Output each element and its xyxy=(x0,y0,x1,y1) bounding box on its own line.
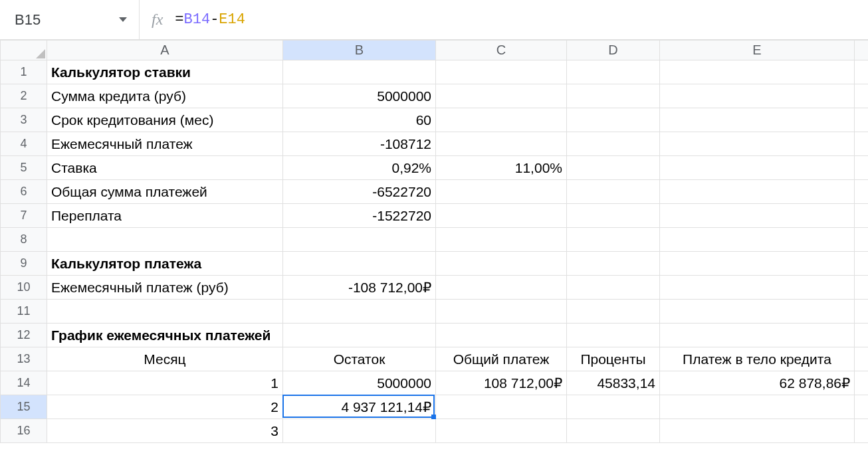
cell-B10[interactable]: -108 712,00₽ xyxy=(283,276,436,300)
cell-A9[interactable]: Калькулятор платежа xyxy=(47,252,283,276)
cell-D8[interactable] xyxy=(567,228,660,252)
cell-C3[interactable] xyxy=(436,108,567,132)
cell-A7[interactable]: Переплата xyxy=(47,204,283,228)
cell-D16[interactable] xyxy=(567,419,660,443)
cell-B15[interactable]: 4 937 121,14₽ xyxy=(283,395,436,419)
cell-E13[interactable]: Платеж в тело кредита xyxy=(660,347,855,371)
cell-B16[interactable] xyxy=(283,419,436,443)
cell-A14[interactable]: 1 xyxy=(47,371,283,395)
cell-extra3[interactable] xyxy=(855,108,869,132)
col-header-E[interactable]: E xyxy=(660,41,855,60)
cell-A15[interactable]: 2 xyxy=(47,395,283,419)
cell-C6[interactable] xyxy=(436,180,567,204)
row-header-13[interactable]: 13 xyxy=(1,347,47,371)
cell-C11[interactable] xyxy=(436,300,567,324)
cell-B11[interactable] xyxy=(283,300,436,324)
row-header-8[interactable]: 8 xyxy=(1,228,47,252)
row-header-14[interactable]: 14 xyxy=(1,371,47,395)
row-header-10[interactable]: 10 xyxy=(1,276,47,300)
cell-A4[interactable]: Ежемесячный платеж xyxy=(47,132,283,156)
cell-E1[interactable] xyxy=(660,60,855,84)
cell-extra16[interactable] xyxy=(855,419,869,443)
cell-extra13[interactable] xyxy=(855,347,869,371)
cell-A2[interactable]: Сумма кредита (руб) xyxy=(47,84,283,108)
cell-C16[interactable] xyxy=(436,419,567,443)
cell-C1[interactable] xyxy=(436,60,567,84)
cell-extra4[interactable] xyxy=(855,132,869,156)
cell-extra2[interactable] xyxy=(855,84,869,108)
cell-D15[interactable] xyxy=(567,395,660,419)
row-header-16[interactable]: 16 xyxy=(1,419,47,443)
row-header-12[interactable]: 12 xyxy=(1,324,47,347)
cell-C9[interactable] xyxy=(436,252,567,276)
cell-E16[interactable] xyxy=(660,419,855,443)
cell-D11[interactable] xyxy=(567,300,660,324)
cell-extra8[interactable] xyxy=(855,228,869,252)
cell-E11[interactable] xyxy=(660,300,855,324)
cell-E3[interactable] xyxy=(660,108,855,132)
cell-A11[interactable] xyxy=(47,300,283,324)
cell-B6[interactable]: -6522720 xyxy=(283,180,436,204)
cell-B13[interactable]: Остаток xyxy=(283,347,436,371)
cell-E15[interactable] xyxy=(660,395,855,419)
cell-D9[interactable] xyxy=(567,252,660,276)
row-header-5[interactable]: 5 xyxy=(1,156,47,180)
cell-B9[interactable] xyxy=(283,252,436,276)
cell-B8[interactable] xyxy=(283,228,436,252)
cell-C13[interactable]: Общий платеж xyxy=(436,347,567,371)
col-header-extra[interactable] xyxy=(855,41,869,60)
cell-extra1[interactable] xyxy=(855,60,869,84)
name-box[interactable]: B15 xyxy=(0,0,140,39)
cell-A13[interactable]: Месяц xyxy=(47,347,283,371)
cell-A16[interactable]: 3 xyxy=(47,419,283,443)
chevron-down-icon[interactable] xyxy=(119,17,127,22)
cell-extra5[interactable] xyxy=(855,156,869,180)
cell-B4[interactable]: -108712 xyxy=(283,132,436,156)
row-header-11[interactable]: 11 xyxy=(1,300,47,324)
cell-E12[interactable] xyxy=(660,324,855,347)
cell-C5[interactable]: 11,00% xyxy=(436,156,567,180)
cell-E2[interactable] xyxy=(660,84,855,108)
cell-E7[interactable] xyxy=(660,204,855,228)
cell-A10[interactable]: Ежемесячный платеж (руб) xyxy=(47,276,283,300)
cell-A5[interactable]: Ставка xyxy=(47,156,283,180)
row-header-1[interactable]: 1 xyxy=(1,60,47,84)
cell-extra14[interactable] xyxy=(855,371,869,395)
cell-D4[interactable] xyxy=(567,132,660,156)
cell-B3[interactable]: 60 xyxy=(283,108,436,132)
cell-E10[interactable] xyxy=(660,276,855,300)
cell-D10[interactable] xyxy=(567,276,660,300)
cell-B5[interactable]: 0,92% xyxy=(283,156,436,180)
col-header-D[interactable]: D xyxy=(567,41,660,60)
cell-E6[interactable] xyxy=(660,180,855,204)
spreadsheet-grid[interactable]: A B C D E 1Калькулятор ставки2Сумма кред… xyxy=(0,40,868,443)
cell-E4[interactable] xyxy=(660,132,855,156)
cell-extra15[interactable] xyxy=(855,395,869,419)
cell-D12[interactable] xyxy=(567,324,660,347)
cell-A6[interactable]: Общая сумма платежей xyxy=(47,180,283,204)
cell-C8[interactable] xyxy=(436,228,567,252)
cell-C2[interactable] xyxy=(436,84,567,108)
col-header-A[interactable]: A xyxy=(47,41,283,60)
cell-B1[interactable] xyxy=(283,60,436,84)
cell-A3[interactable]: Срок кредитования (мес) xyxy=(47,108,283,132)
cell-C10[interactable] xyxy=(436,276,567,300)
cell-D6[interactable] xyxy=(567,180,660,204)
row-header-2[interactable]: 2 xyxy=(1,84,47,108)
cell-D7[interactable] xyxy=(567,204,660,228)
row-header-15[interactable]: 15 xyxy=(1,395,47,419)
formula-input[interactable]: = B14 - E14 xyxy=(175,11,245,28)
row-header-3[interactable]: 3 xyxy=(1,108,47,132)
cell-B14[interactable]: 5000000 xyxy=(283,371,436,395)
cell-extra11[interactable] xyxy=(855,300,869,324)
cell-extra10[interactable] xyxy=(855,276,869,300)
select-all-corner[interactable] xyxy=(1,41,47,60)
cell-C4[interactable] xyxy=(436,132,567,156)
cell-extra6[interactable] xyxy=(855,180,869,204)
cell-extra7[interactable] xyxy=(855,204,869,228)
cell-C7[interactable] xyxy=(436,204,567,228)
cell-B7[interactable]: -1522720 xyxy=(283,204,436,228)
cell-D3[interactable] xyxy=(567,108,660,132)
cell-E9[interactable] xyxy=(660,252,855,276)
cell-D14[interactable]: 45833,14 xyxy=(567,371,660,395)
